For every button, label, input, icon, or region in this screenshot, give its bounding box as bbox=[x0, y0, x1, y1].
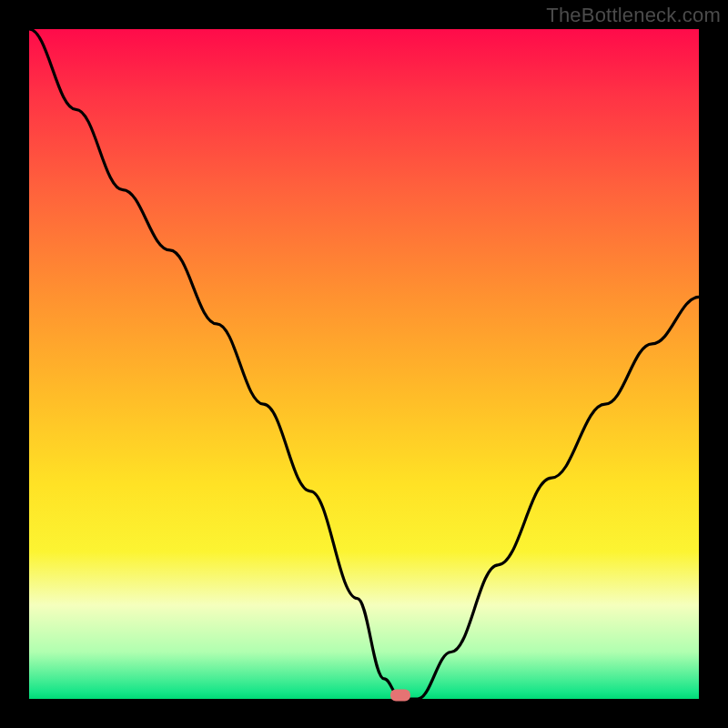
plot-area bbox=[29, 29, 699, 699]
chart-frame: TheBottleneck.com bbox=[0, 0, 728, 728]
watermark-text: TheBottleneck.com bbox=[546, 4, 721, 27]
bottleneck-marker bbox=[390, 689, 410, 701]
bottleneck-curve bbox=[29, 29, 699, 699]
